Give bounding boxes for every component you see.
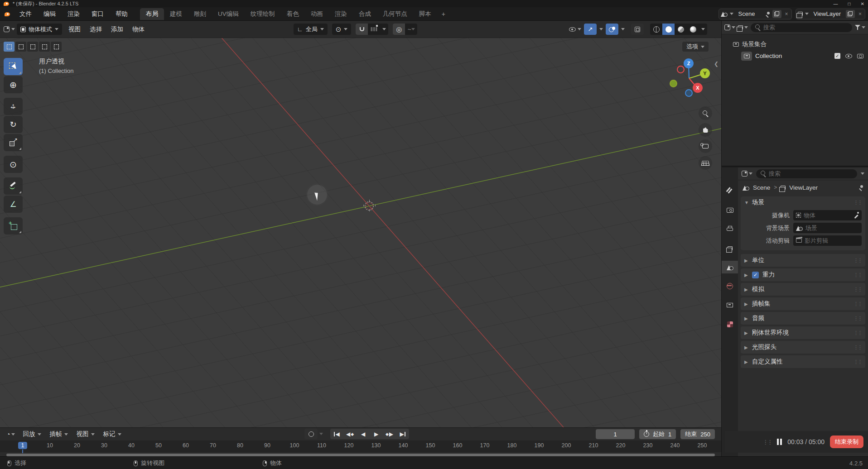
breadcrumb-viewlayer[interactable]: ViewLayer: [789, 184, 818, 191]
shading-rendered-button[interactable]: [687, 24, 699, 35]
frame-tick[interactable]: 230: [634, 440, 661, 452]
tool-button[interactable]: [4, 196, 23, 213]
tool-button[interactable]: [4, 177, 23, 195]
shading-material-button[interactable]: [675, 24, 687, 35]
select-mode-invert-icon[interactable]: [39, 42, 50, 52]
property-field[interactable]: 场景: [793, 223, 862, 233]
snap-with-selector[interactable]: [368, 24, 380, 35]
properties-search[interactable]: [756, 169, 857, 178]
frame-tick[interactable]: 100: [281, 440, 308, 452]
panel-grip[interactable]: ⋮⋮: [854, 359, 862, 365]
mode-selector[interactable]: 物体模式: [17, 24, 62, 35]
collapsed-panel-header[interactable]: ▶ ✓ 单位 ⋮⋮: [741, 254, 865, 267]
select-mode-extend-icon[interactable]: [15, 42, 26, 52]
gizmo-z-ball[interactable]: Z: [684, 58, 694, 68]
snap-dropdown[interactable]: [380, 24, 388, 35]
outliner-search-input[interactable]: [763, 24, 848, 31]
frame-tick[interactable]: 20: [63, 440, 91, 452]
frame-tick[interactable]: 120: [335, 440, 362, 452]
stopwatch-icon[interactable]: [644, 431, 649, 437]
gizmo-minus-y-ball[interactable]: [670, 80, 677, 87]
timeline-menu-item[interactable]: 视图: [72, 430, 99, 438]
scene-icon[interactable]: [721, 11, 728, 17]
viewport-menu-item[interactable]: 选择: [85, 25, 106, 34]
new-scene-button[interactable]: [772, 10, 781, 18]
timeline-menu-item[interactable]: 插帧: [45, 430, 72, 438]
unlink-scene-button[interactable]: ×: [784, 11, 790, 17]
workspace-tab[interactable]: 着色: [281, 8, 305, 20]
frame-tick[interactable]: 70: [199, 440, 227, 452]
collapsed-panel-header[interactable]: ▶ ✓ 刚体世界环境 ⋮⋮: [741, 326, 865, 339]
viewport-3d[interactable]: 物体模式 视图选择添加物体 ∟ 全局 ⊙ ◎: [0, 21, 721, 427]
collection-chip[interactable]: [741, 52, 752, 61]
eye-icon[interactable]: [845, 54, 852, 58]
frame-tick[interactable]: 240: [661, 440, 689, 452]
timeline-editor-selector[interactable]: ◔: [4, 431, 18, 438]
current-frame-field[interactable]: 1: [596, 429, 635, 439]
frame-tick[interactable]: 170: [471, 440, 498, 452]
chevron-down-icon[interactable]: [861, 172, 864, 175]
pause-icon[interactable]: [777, 439, 782, 445]
panel-grip[interactable]: ⋮⋮: [854, 345, 862, 350]
gizmo-minus-x-ball[interactable]: [677, 66, 685, 73]
next-keyframe-button[interactable]: ◆▶: [383, 429, 396, 439]
pan-button[interactable]: [699, 123, 712, 137]
frame-tick[interactable]: 140: [390, 440, 417, 452]
topbar-menu-item[interactable]: 帮助: [110, 10, 134, 18]
frame-tick[interactable]: 90: [254, 440, 281, 452]
frame-tick[interactable]: 40: [118, 440, 145, 452]
play-reverse-button[interactable]: ◀: [357, 429, 370, 439]
frame-tick[interactable]: 220: [607, 440, 634, 452]
frame-tick[interactable]: 10: [36, 440, 63, 452]
zoom-button[interactable]: [699, 106, 712, 120]
workspace-tab[interactable]: 渲染: [329, 8, 353, 20]
tool-button[interactable]: [4, 58, 23, 75]
collapsed-panel-header[interactable]: ▶ ✓ 光照探头 ⋮⋮: [741, 341, 865, 354]
remove-viewlayer-button[interactable]: ×: [857, 11, 863, 17]
frame-tick[interactable]: 200: [553, 440, 580, 452]
outliner-editor-selector[interactable]: [724, 24, 735, 30]
panel-grip[interactable]: ⋮⋮: [854, 272, 862, 278]
jump-to-start-button[interactable]: ◀: [330, 429, 343, 439]
timeline-menu-item[interactable]: 回放: [19, 430, 45, 438]
topbar-menu-item[interactable]: 渲染: [62, 10, 86, 18]
outliner-display-mode[interactable]: [738, 25, 748, 29]
workspace-tab[interactable]: 雕刻: [188, 8, 212, 20]
properties-tab[interactable]: [722, 261, 738, 273]
play-button[interactable]: ▶: [370, 429, 383, 439]
topbar-menu-item[interactable]: 文件: [14, 10, 38, 18]
object-visibility-selector[interactable]: [569, 27, 581, 32]
frame-tick[interactable]: 210: [580, 440, 607, 452]
frame-tick[interactable]: 160: [444, 440, 471, 452]
panel-grip[interactable]: ⋮⋮: [854, 301, 862, 307]
workspace-tab[interactable]: 布局: [140, 8, 164, 20]
workspace-tab[interactable]: 动画: [305, 8, 329, 20]
frame-tick[interactable]: 190: [526, 440, 553, 452]
render-camera-icon[interactable]: [857, 54, 863, 58]
outliner-search[interactable]: [751, 23, 852, 32]
stop-recording-button[interactable]: 结束录制: [830, 436, 863, 448]
jump-to-end-button[interactable]: ▶: [396, 429, 409, 439]
shading-dropdown[interactable]: [699, 24, 707, 35]
workspace-tab[interactable]: 纹理绘制: [245, 8, 281, 20]
chevron-down-icon[interactable]: [621, 28, 625, 30]
transform-orientation-selector[interactable]: ∟ 全局: [294, 24, 328, 35]
blender-menu-button[interactable]: [0, 10, 14, 18]
workspace-tab[interactable]: 脚本: [413, 8, 437, 20]
checkbox-icon[interactable]: ✓: [834, 53, 840, 59]
frame-tick[interactable]: 130: [362, 440, 390, 452]
xray-toggle[interactable]: [631, 24, 644, 35]
proportional-falloff-selector[interactable]: ~: [405, 24, 417, 35]
tool-button[interactable]: [4, 98, 23, 115]
topbar-menu-item[interactable]: 编辑: [38, 10, 62, 18]
workspace-tab[interactable]: 几何节点: [377, 8, 413, 20]
properties-tab[interactable]: [722, 299, 738, 311]
scene-panel-header[interactable]: ▼ 场景 ⋮⋮: [741, 196, 865, 208]
properties-tab[interactable]: [722, 318, 738, 330]
auto-keying-toggle[interactable]: [304, 429, 318, 439]
tool-button[interactable]: [4, 76, 23, 93]
frame-end-field[interactable]: 结束 250: [680, 429, 715, 439]
add-workspace-button[interactable]: +: [437, 10, 450, 18]
panel-grip[interactable]: ⋮⋮: [854, 330, 862, 336]
gizmo-x-ball[interactable]: X: [693, 83, 703, 93]
